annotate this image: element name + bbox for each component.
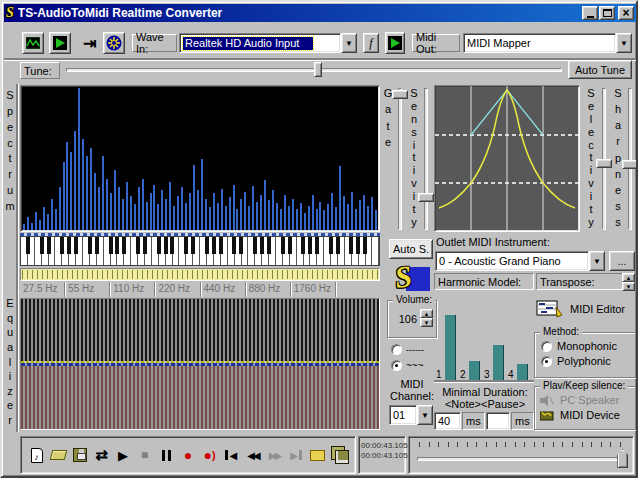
equalizer-lower-band[interactable] — [21, 366, 379, 429]
route-to-midi-icon[interactable]: ⇥ — [80, 33, 100, 53]
fast-forward-button[interactable]: ▶▶ — [264, 443, 285, 467]
skip-end-button[interactable] — [286, 443, 307, 467]
settings-button[interactable] — [103, 32, 125, 54]
piano-key-black[interactable] — [267, 237, 271, 254]
method-polyphonic-option[interactable]: Polyphonic — [541, 355, 635, 367]
equalizer-display[interactable] — [20, 298, 380, 430]
new-file-button[interactable]: ♪ — [26, 443, 47, 467]
spectrum-display[interactable] — [20, 85, 380, 232]
rewind-button[interactable]: ◀◀ — [242, 443, 263, 467]
piano-key-black[interactable] — [67, 237, 71, 254]
harmonic-bar[interactable] — [445, 315, 456, 380]
midi-channel-select[interactable]: 01 ▼ — [389, 405, 433, 425]
title-bar[interactable]: S TS-AudioToMidi Realtime Converter × — [4, 4, 636, 22]
piano-key-black[interactable] — [301, 237, 305, 254]
volume-up-button[interactable]: ▲ — [420, 309, 433, 318]
save-button[interactable] — [69, 443, 90, 467]
piano-key-black[interactable] — [26, 237, 30, 254]
piano-key-black[interactable] — [308, 237, 312, 254]
piano-key-black[interactable] — [260, 237, 264, 254]
auto-s-button[interactable]: Auto S. — [389, 239, 433, 259]
method-monophonic-radio[interactable] — [541, 341, 552, 352]
midi-test-start-button[interactable] — [385, 32, 405, 54]
instrument-select[interactable]: 0 - Acoustic Grand Piano ▼ — [435, 251, 605, 271]
tune-thumb[interactable] — [314, 62, 322, 77]
transpose-spinner[interactable]: ▲ ▼ — [622, 273, 635, 291]
pause-duration-input[interactable] — [486, 412, 510, 430]
selectivity-thumb[interactable] — [596, 159, 612, 168]
volume-down-button[interactable]: ▼ — [420, 318, 433, 327]
record-monitor-button[interactable]: ● — [199, 443, 220, 467]
midi-device-option[interactable]: MIDI Device — [540, 409, 635, 421]
piano-key-black[interactable] — [143, 237, 147, 254]
wave-capture-start-button[interactable] — [49, 32, 71, 54]
harmonic-bar[interactable] — [493, 345, 504, 380]
gate-track[interactable] — [398, 88, 402, 230]
sensitivity-thumb[interactable] — [418, 193, 434, 202]
piano-key-black[interactable] — [88, 237, 92, 254]
sensitivity-track[interactable] — [424, 88, 428, 230]
method-polyphonic-radio[interactable] — [541, 356, 552, 367]
instrument-dropdown-arrow[interactable]: ▼ — [589, 251, 605, 271]
piano-key-black[interactable] — [122, 237, 126, 254]
piano-key-black[interactable] — [95, 237, 99, 254]
tune-slider[interactable] — [64, 61, 564, 79]
piano-key-black[interactable] — [74, 237, 78, 254]
instrument-more-button[interactable]: ... — [609, 251, 635, 271]
piano-key-black[interactable] — [212, 237, 216, 254]
seek-thumb[interactable] — [617, 449, 628, 468]
skip-start-button[interactable] — [221, 443, 242, 467]
piano-key-black[interactable] — [60, 237, 64, 254]
piano-key-black[interactable] — [157, 237, 161, 254]
piano-key-black[interactable] — [363, 237, 367, 254]
sensitivity-slider[interactable] — [421, 86, 431, 232]
sharpness-thumb[interactable] — [622, 160, 638, 169]
piano-key-black[interactable] — [253, 237, 257, 254]
midi-out-dropdown-arrow[interactable]: ▼ — [616, 33, 632, 53]
wave-in-dropdown-arrow[interactable]: ▼ — [341, 33, 357, 53]
open-file-button[interactable] — [48, 443, 69, 467]
note-duration-input[interactable] — [434, 412, 461, 430]
piano-key-black[interactable] — [47, 237, 51, 254]
transpose-up-button[interactable]: ▲ — [622, 273, 635, 282]
piano-keyboard[interactable] — [20, 236, 380, 266]
piano-key-black[interactable] — [239, 237, 243, 254]
selectivity-slider[interactable] — [599, 86, 609, 232]
piano-key-white[interactable] — [372, 237, 379, 265]
play-button[interactable]: ▶ — [113, 443, 134, 467]
piano-key-black[interactable] — [336, 237, 340, 254]
piano-key-black[interactable] — [40, 237, 44, 254]
midi-editor-button[interactable]: MIDI Editor — [536, 294, 636, 324]
piano-key-black[interactable] — [349, 237, 353, 254]
maximize-button[interactable] — [599, 6, 615, 20]
stop-button[interactable]: ■ — [134, 443, 155, 467]
wave-in-select[interactable]: Realtek HD Audio Input ▼ — [179, 33, 357, 53]
save-all-button[interactable] — [329, 443, 350, 467]
piano-key-black[interactable] — [356, 237, 360, 254]
harmonic-model-chart[interactable]: 1234 — [434, 292, 534, 382]
piano-key-black[interactable] — [136, 237, 140, 254]
piano-key-black[interactable] — [109, 237, 113, 254]
gate-slider[interactable] — [395, 86, 405, 232]
wave-monitor-button[interactable] — [22, 32, 44, 54]
piano-key-black[interactable] — [191, 237, 195, 254]
method-monophonic-option[interactable]: Monophonic — [541, 340, 635, 352]
harmonic-bar[interactable] — [517, 364, 528, 380]
piano-key-black[interactable] — [315, 237, 319, 254]
piano-key-black[interactable] — [329, 237, 333, 254]
record-button[interactable]: ● — [177, 443, 198, 467]
volume-spinner[interactable]: ▲ ▼ — [420, 309, 433, 327]
open-folder-button[interactable] — [307, 443, 328, 467]
seek-track[interactable] — [417, 457, 625, 461]
sharpness-track[interactable] — [628, 88, 632, 230]
minimize-button[interactable] — [582, 6, 598, 20]
pause-button[interactable] — [156, 443, 177, 467]
piano-key-black[interactable] — [281, 237, 285, 254]
piano-key-black[interactable] — [205, 237, 209, 254]
piano-key-black[interactable] — [164, 237, 168, 254]
mode-wave-radio[interactable] — [391, 360, 402, 371]
function-button[interactable]: f — [363, 33, 379, 53]
piano-key-black[interactable] — [184, 237, 188, 254]
equalizer-upper-band[interactable] — [21, 299, 379, 361]
midi-channel-dropdown-arrow[interactable]: ▼ — [417, 405, 433, 425]
